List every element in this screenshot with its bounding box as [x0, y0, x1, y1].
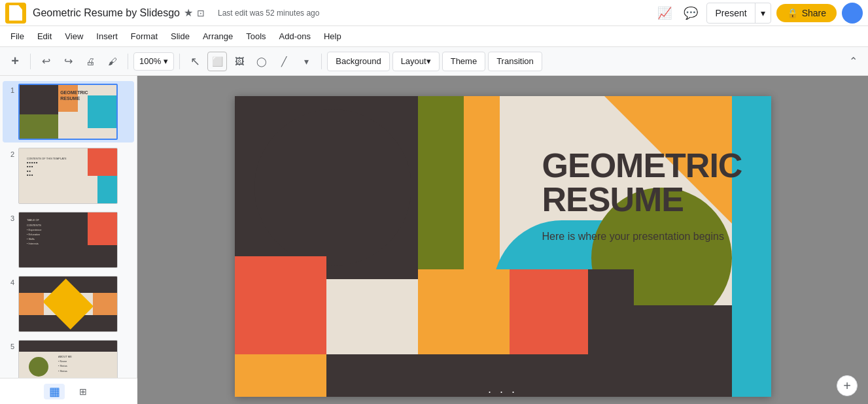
undo-button[interactable]: ↩	[36, 52, 56, 71]
bottom-dots: · · ·	[488, 385, 517, 399]
slide2-text: CONTENTS OF THIS TEMPLATE■ ■ ■ ■ ■■ ■ ■■…	[27, 157, 67, 178]
transition-button[interactable]: Transition	[488, 52, 542, 71]
image-tool[interactable]: 🖼	[230, 52, 249, 71]
menu-addons[interactable]: Add-ons	[274, 29, 316, 44]
menu-file[interactable]: File	[5, 29, 29, 44]
title-line1: GEOMETRIC	[542, 146, 742, 184]
grid-view-tab[interactable]: ⊞	[73, 384, 94, 399]
slide-num-3: 3	[5, 214, 14, 222]
slide1-bg: GEOMETRICRESUME	[20, 85, 116, 139]
main-area: 1 GEOMETRICRESUME 2 CONTENTS OF THIS TEM…	[0, 76, 868, 404]
cream-mid	[326, 279, 418, 354]
slide4-orange-left	[19, 293, 44, 315]
menu-slide[interactable]: Slide	[165, 29, 195, 44]
add-slide-button[interactable]: +	[837, 375, 858, 396]
dark-circle	[254, 109, 411, 266]
separator-1	[30, 54, 31, 69]
present-dropdown-icon[interactable]: ▾	[755, 3, 771, 23]
slide1-green	[20, 114, 58, 139]
slide-preview-3: TABLE OFCONTENTS• Experience• Education•…	[18, 212, 118, 268]
menu-edit[interactable]: Edit	[32, 29, 57, 44]
redo-button[interactable]: ↪	[58, 52, 78, 71]
slide1-teal	[88, 95, 116, 127]
chat-icon[interactable]: 💬	[680, 3, 701, 24]
menu-insert[interactable]: Insert	[91, 29, 123, 44]
slide-view-tabs: ▦ ⊞	[0, 378, 137, 404]
slides-panel: 1 GEOMETRICRESUME 2 CONTENTS OF THIS TEM…	[0, 76, 137, 404]
paintformat-button[interactable]: 🖌	[103, 52, 122, 71]
menu-help[interactable]: Help	[319, 29, 347, 44]
theme-button[interactable]: Theme	[442, 52, 485, 71]
slide-thumb-4[interactable]: 4	[3, 273, 134, 335]
slide3-text: TABLE OFCONTENTS• Experience• Education•…	[27, 218, 42, 246]
slide-thumb-1[interactable]: 1 GEOMETRICRESUME	[3, 81, 134, 143]
slide-thumb-2[interactable]: 2 CONTENTS OF THIS TEMPLATE■ ■ ■ ■ ■■ ■ …	[3, 145, 134, 207]
app-logo[interactable]	[5, 3, 26, 24]
trending-icon[interactable]: 📈	[654, 3, 675, 24]
filmstrip-view-tab[interactable]: ▦	[44, 384, 65, 399]
canvas-area[interactable]: GEOMETRIC RESUME Here is where your pres…	[137, 76, 868, 404]
menu-tools[interactable]: Tools	[241, 29, 271, 44]
share-label: Share	[802, 8, 826, 18]
lock-icon: 🔒	[787, 8, 798, 18]
doc-title-area: Geometric Resume by Slidesgo ★ ⊡	[33, 7, 205, 19]
slide-preview-1: GEOMETRICRESUME	[18, 84, 118, 140]
menu-bar: File Edit View Insert Format Slide Arran…	[0, 26, 868, 47]
slide-num-4: 4	[5, 278, 14, 286]
doc-title[interactable]: Geometric Resume by Slidesgo	[33, 7, 180, 19]
add-slide-area: +	[837, 375, 858, 396]
title-line2: RESUME	[542, 180, 684, 218]
menu-arrange[interactable]: Arrange	[198, 29, 238, 44]
slide-num-2: 2	[5, 150, 14, 158]
zoom-dropdown-icon: ▾	[164, 56, 168, 66]
separator-4	[321, 54, 322, 69]
zoom-level: 100%	[139, 56, 161, 66]
slide4-bg	[19, 277, 117, 331]
last-edit-text: Last edit was 52 minutes ago	[218, 8, 319, 18]
topbar-right: 📈 💬 Present ▾ 🔒 Share	[654, 3, 863, 24]
slide2-red	[88, 148, 117, 176]
slide5-text: ABOUT ME• Name• Status• Status	[58, 354, 72, 373]
doc-title-row: Geometric Resume by Slidesgo ★ ⊡	[33, 7, 205, 19]
separator-3	[179, 54, 180, 69]
line-tool[interactable]: ╱	[274, 52, 294, 71]
orange-bottom-mid	[418, 269, 510, 354]
present-label[interactable]: Present	[707, 3, 755, 23]
menu-format[interactable]: Format	[126, 29, 163, 44]
cursor-tool[interactable]: ↖	[185, 52, 205, 71]
slide-title-area: GEOMETRIC RESUME Here is where your pres…	[542, 148, 732, 244]
slide3-bg: TABLE OFCONTENTS• Experience• Education•…	[19, 212, 117, 267]
add-button[interactable]: +	[5, 52, 25, 71]
teal-right-col	[732, 96, 771, 397]
slide-num-1: 1	[5, 86, 14, 94]
slide5-dark-top	[19, 341, 117, 352]
layout-button[interactable]: Layout ▾	[392, 52, 440, 71]
present-button[interactable]: Present ▾	[706, 3, 771, 24]
main-slide[interactable]: GEOMETRIC RESUME Here is where your pres…	[235, 96, 771, 397]
more-tools[interactable]: ▾	[296, 52, 316, 71]
dark-bottom-sq	[588, 269, 634, 354]
zoom-control[interactable]: 100% ▾	[133, 52, 174, 71]
slide1-dark	[20, 85, 58, 114]
slide-preview-4	[18, 276, 118, 332]
user-avatar[interactable]	[842, 3, 863, 24]
star-icon[interactable]: ★	[184, 7, 193, 19]
menu-view[interactable]: View	[60, 29, 88, 44]
top-bar: Geometric Resume by Slidesgo ★ ⊡ Last ed…	[0, 0, 868, 26]
share-button[interactable]: 🔒 Share	[776, 4, 837, 22]
print-button[interactable]: 🖨	[80, 52, 100, 71]
red-bottom-mid	[510, 269, 588, 354]
background-button[interactable]: Background	[327, 52, 389, 71]
select-tool[interactable]: ⬜	[207, 52, 227, 71]
toolbar: + ↩ ↪ 🖨 🖌 100% ▾ ↖ ⬜ 🖼 ◯ ╱ ▾ Background …	[0, 47, 868, 76]
slide4-orange-right	[93, 293, 118, 315]
shape-tool[interactable]: ◯	[252, 52, 271, 71]
red-mid	[235, 256, 326, 354]
slide5-circle	[29, 357, 48, 377]
layout-label: Layout	[401, 56, 426, 66]
slide-thumb-3[interactable]: 3 TABLE OFCONTENTS• Experience• Educatio…	[3, 209, 134, 271]
slide-title: GEOMETRIC RESUME	[542, 148, 732, 216]
collapse-panel-button[interactable]: ⌃	[843, 52, 863, 71]
folder-icon[interactable]: ⊡	[197, 8, 205, 18]
slide3-red	[88, 212, 117, 245]
